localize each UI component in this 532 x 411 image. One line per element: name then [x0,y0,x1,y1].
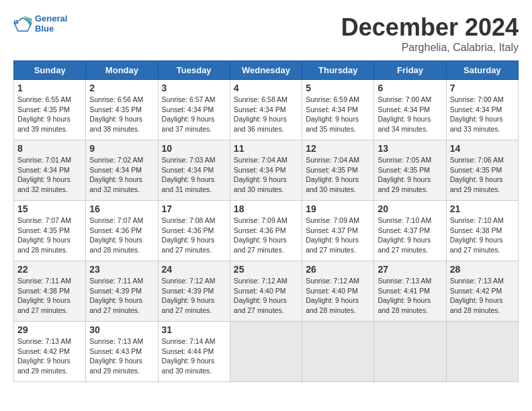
calendar-cell: 11 Sunrise: 7:04 AM Sunset: 4:34 PM Dayl… [230,140,302,201]
day-number: 21 [450,203,515,214]
page-header: G GeneralBlue December 2024 Parghelia, C… [13,13,519,54]
day-number: 4 [234,83,298,93]
day-number: 23 [89,264,154,275]
calendar-table: Sunday Monday Tuesday Wednesday Thursday… [13,60,519,382]
day-info: Sunrise: 7:06 AM Sunset: 4:35 PM Dayligh… [450,155,515,195]
calendar-cell: 15 Sunrise: 7:07 AM Sunset: 4:35 PM Dayl… [14,201,86,261]
calendar-cell: 8 Sunrise: 7:01 AM Sunset: 4:34 PM Dayli… [14,140,86,201]
col-wednesday: Wednesday [230,61,302,80]
calendar-cell: 18 Sunrise: 7:09 AM Sunset: 4:36 PM Dayl… [230,201,302,261]
calendar-row: 1 Sunrise: 6:55 AM Sunset: 4:35 PM Dayli… [14,80,519,140]
calendar-cell: 20 Sunrise: 7:10 AM Sunset: 4:37 PM Dayl… [374,201,446,261]
day-info: Sunrise: 7:08 AM Sunset: 4:36 PM Dayligh… [162,216,226,255]
calendar-cell: 9 Sunrise: 7:02 AM Sunset: 4:34 PM Dayli… [86,140,158,201]
day-number: 2 [89,83,154,93]
calendar-cell: 28 Sunrise: 7:13 AM Sunset: 4:42 PM Dayl… [446,261,518,322]
day-info: Sunrise: 7:10 AM Sunset: 4:38 PM Dayligh… [450,216,515,255]
calendar-cell: 24 Sunrise: 7:12 AM Sunset: 4:39 PM Dayl… [158,261,230,322]
day-info: Sunrise: 7:09 AM Sunset: 4:36 PM Dayligh… [234,216,298,255]
day-number: 25 [234,264,298,275]
calendar-cell: 10 Sunrise: 7:03 AM Sunset: 4:34 PM Dayl… [158,140,230,201]
day-number: 11 [234,143,298,154]
title-block: December 2024 Parghelia, Calabria, Italy [341,13,519,54]
day-info: Sunrise: 6:56 AM Sunset: 4:35 PM Dayligh… [89,95,154,134]
day-number: 8 [17,143,82,154]
day-number: 28 [450,264,515,275]
calendar-cell: 13 Sunrise: 7:05 AM Sunset: 4:35 PM Dayl… [374,140,446,201]
day-number: 16 [89,203,154,214]
day-number: 17 [162,203,226,214]
day-info: Sunrise: 7:12 AM Sunset: 4:39 PM Dayligh… [162,276,226,316]
day-info: Sunrise: 7:05 AM Sunset: 4:35 PM Dayligh… [378,155,442,195]
calendar-cell: 29 Sunrise: 7:13 AM Sunset: 4:42 PM Dayl… [14,322,86,382]
day-number: 29 [17,324,82,335]
day-number: 10 [162,143,226,154]
day-info: Sunrise: 7:02 AM Sunset: 4:34 PM Dayligh… [89,155,154,195]
logo-icon: G [13,14,32,33]
day-info: Sunrise: 6:59 AM Sunset: 4:34 PM Dayligh… [306,95,370,134]
calendar-cell: 19 Sunrise: 7:09 AM Sunset: 4:37 PM Dayl… [302,201,374,261]
col-monday: Monday [86,61,158,80]
day-info: Sunrise: 7:09 AM Sunset: 4:37 PM Dayligh… [306,216,370,255]
calendar-cell: 3 Sunrise: 6:57 AM Sunset: 4:34 PM Dayli… [158,80,230,140]
day-info: Sunrise: 7:04 AM Sunset: 4:35 PM Dayligh… [306,155,370,195]
day-number: 15 [17,203,82,214]
calendar-row: 15 Sunrise: 7:07 AM Sunset: 4:35 PM Dayl… [14,201,519,261]
day-number: 13 [378,143,442,154]
calendar-cell: 21 Sunrise: 7:10 AM Sunset: 4:38 PM Dayl… [446,201,518,261]
calendar-cell [302,322,374,382]
col-saturday: Saturday [446,61,518,80]
col-sunday: Sunday [14,61,86,80]
calendar-cell: 12 Sunrise: 7:04 AM Sunset: 4:35 PM Dayl… [302,140,374,201]
calendar-row: 22 Sunrise: 7:11 AM Sunset: 4:38 PM Dayl… [14,261,519,322]
calendar-cell: 30 Sunrise: 7:13 AM Sunset: 4:43 PM Dayl… [86,322,158,382]
day-info: Sunrise: 7:03 AM Sunset: 4:34 PM Dayligh… [162,155,226,195]
day-info: Sunrise: 7:01 AM Sunset: 4:34 PM Dayligh… [17,155,82,195]
day-number: 6 [378,83,442,93]
calendar-cell: 31 Sunrise: 7:14 AM Sunset: 4:44 PM Dayl… [158,322,230,382]
calendar-cell [230,322,302,382]
day-info: Sunrise: 7:12 AM Sunset: 4:40 PM Dayligh… [306,276,370,316]
location-subtitle: Parghelia, Calabria, Italy [341,42,519,54]
day-number: 18 [234,203,298,214]
day-info: Sunrise: 7:13 AM Sunset: 4:41 PM Dayligh… [378,276,442,316]
day-info: Sunrise: 7:00 AM Sunset: 4:34 PM Dayligh… [378,95,442,134]
day-info: Sunrise: 7:12 AM Sunset: 4:40 PM Dayligh… [234,276,298,316]
calendar-cell [446,322,518,382]
svg-marker-2 [24,16,32,28]
day-info: Sunrise: 7:11 AM Sunset: 4:39 PM Dayligh… [89,276,154,316]
calendar-cell: 25 Sunrise: 7:12 AM Sunset: 4:40 PM Dayl… [230,261,302,322]
calendar-cell: 14 Sunrise: 7:06 AM Sunset: 4:35 PM Dayl… [446,140,518,201]
day-number: 9 [89,143,154,154]
calendar-cell: 16 Sunrise: 7:07 AM Sunset: 4:36 PM Dayl… [86,201,158,261]
day-number: 30 [89,324,154,335]
day-info: Sunrise: 7:07 AM Sunset: 4:35 PM Dayligh… [17,216,82,255]
logo-text: GeneralBlue [35,13,67,34]
day-info: Sunrise: 7:10 AM Sunset: 4:37 PM Dayligh… [378,216,442,255]
calendar-row: 8 Sunrise: 7:01 AM Sunset: 4:34 PM Dayli… [14,140,519,201]
calendar-cell: 17 Sunrise: 7:08 AM Sunset: 4:36 PM Dayl… [158,201,230,261]
day-number: 14 [450,143,515,154]
day-info: Sunrise: 7:14 AM Sunset: 4:44 PM Dayligh… [162,336,226,376]
calendar-cell: 6 Sunrise: 7:00 AM Sunset: 4:34 PM Dayli… [374,80,446,140]
day-number: 27 [378,264,442,275]
month-title: December 2024 [341,13,519,42]
day-number: 24 [162,264,226,275]
day-number: 12 [306,143,370,154]
col-thursday: Thursday [302,61,374,80]
day-number: 26 [306,264,370,275]
day-info: Sunrise: 7:13 AM Sunset: 4:42 PM Dayligh… [17,336,82,376]
day-number: 1 [17,83,82,93]
logo: G GeneralBlue [13,13,67,34]
calendar-cell: 7 Sunrise: 7:00 AM Sunset: 4:34 PM Dayli… [446,80,518,140]
day-number: 7 [450,83,515,93]
day-info: Sunrise: 6:58 AM Sunset: 4:34 PM Dayligh… [234,95,298,134]
day-number: 20 [378,203,442,214]
day-info: Sunrise: 7:00 AM Sunset: 4:34 PM Dayligh… [450,95,515,134]
calendar-header-row: Sunday Monday Tuesday Wednesday Thursday… [14,61,519,80]
day-number: 22 [17,264,82,275]
col-friday: Friday [374,61,446,80]
day-info: Sunrise: 6:55 AM Sunset: 4:35 PM Dayligh… [17,95,82,134]
calendar-cell: 2 Sunrise: 6:56 AM Sunset: 4:35 PM Dayli… [86,80,158,140]
day-number: 3 [162,83,226,93]
